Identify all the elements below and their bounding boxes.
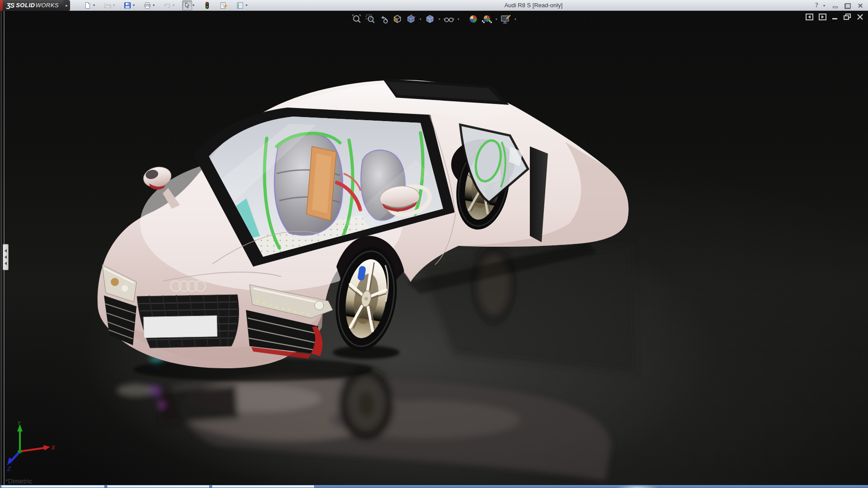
open-document-button[interactable] (103, 0, 113, 10)
restore-button[interactable] (844, 2, 852, 9)
file-properties-button[interactable] (218, 0, 229, 10)
window-edge-line (1, 11, 1, 485)
open-folder-icon (104, 2, 111, 9)
title-bar: ƷS SOLID WORKS ▸ ▾ ▾ (0, 0, 868, 11)
save-dropdown[interactable]: ▾ (132, 3, 136, 7)
minimize-icon (833, 6, 838, 8)
display-style-icon (425, 14, 435, 24)
logo-text-light: WORKS (35, 2, 59, 9)
solidworks-mark-icon: ƷS (6, 1, 14, 9)
taskbar-button[interactable] (212, 485, 315, 488)
zoom-to-area-icon (365, 14, 375, 24)
taskbar-glow (610, 485, 665, 488)
undo-button[interactable] (162, 0, 172, 10)
solidworks-logo: ƷS SOLID WORKS ▸ (0, 0, 70, 11)
license-plate-blank (144, 316, 217, 338)
view-orientation-label: *Dimetric (5, 478, 32, 485)
eyeglasses-icon (443, 14, 454, 24)
zoom-to-fit-button[interactable] (351, 13, 363, 25)
viewport-minimize-icon (832, 14, 838, 20)
view-settings-button[interactable] (500, 13, 512, 25)
display-style-dropdown[interactable]: ▾ (438, 17, 441, 21)
collapse-arrow-icon (5, 249, 7, 253)
section-view-icon (392, 14, 402, 24)
open-dropdown[interactable]: ▾ (113, 3, 116, 7)
select-dropdown[interactable]: ▾ (192, 3, 196, 7)
display-style-button[interactable] (424, 13, 436, 25)
triad-x-label: X (51, 444, 56, 451)
select-cursor-icon (184, 2, 191, 9)
select-tool-button[interactable] (182, 0, 192, 10)
undo-dropdown[interactable]: ▾ (172, 3, 176, 7)
previous-view-icon (379, 14, 389, 24)
collapse-right-icon (819, 14, 826, 20)
save-floppy-icon (124, 2, 131, 9)
options-button[interactable] (235, 0, 245, 10)
view-settings-dropdown[interactable]: ▾ (514, 17, 517, 21)
previous-view-button[interactable] (378, 13, 390, 25)
hide-show-items-button[interactable] (443, 13, 455, 25)
collapse-pane-left-button[interactable] (806, 14, 813, 20)
undo-arrow-icon (164, 2, 171, 9)
apply-scene-icon (481, 14, 492, 24)
appearance-sphere-icon (468, 14, 478, 24)
hide-show-dropdown[interactable]: ▾ (457, 17, 460, 21)
collapse-arrow-icon (5, 262, 7, 265)
save-button[interactable] (123, 0, 132, 10)
viewport-restore-icon (844, 14, 851, 20)
window-title: Audi R8 S [Read-only] (452, 2, 615, 9)
collapse-left-icon (806, 14, 813, 20)
apply-scene-dropdown[interactable]: ▾ (495, 17, 498, 21)
apply-scene-button[interactable] (481, 13, 493, 25)
close-icon: ✕ (858, 3, 863, 9)
edit-appearance-button[interactable] (467, 13, 479, 25)
heads-up-view-toolbar: ▾ ▾ ▾ (351, 13, 517, 25)
viewport-close-button[interactable] (857, 14, 863, 20)
zoom-to-area-button[interactable] (364, 13, 376, 25)
zoom-to-fit-icon (352, 14, 362, 24)
traffic-light-icon (203, 2, 211, 9)
document-window-controls (806, 14, 863, 20)
splitter-handle[interactable] (3, 244, 9, 270)
restore-icon (845, 4, 850, 9)
graphics-viewport: ▾ ▾ ▾ (0, 11, 868, 485)
collapse-pane-right-button[interactable] (819, 14, 826, 20)
standard-toolbar: ▾ ▾ ▾ ▾ (83, 0, 249, 11)
options-dropdown[interactable]: ▾ (245, 3, 249, 7)
new-document-button[interactable] (83, 0, 93, 10)
help-dropdown[interactable]: ▾ (823, 4, 826, 8)
printer-icon (144, 2, 151, 9)
file-properties-icon (220, 2, 227, 9)
taskbar-button[interactable] (107, 485, 210, 488)
view-orientation-button[interactable] (405, 13, 417, 25)
section-view-button[interactable] (392, 13, 403, 25)
collapse-arrow-icon (5, 255, 7, 259)
print-button[interactable] (142, 0, 152, 10)
view-orientation-icon (406, 14, 416, 24)
close-button[interactable]: ✕ (856, 2, 864, 9)
viewport-minimize-button[interactable] (832, 14, 838, 20)
menu-flyout-tab[interactable]: ▸ (63, 0, 70, 11)
view-orientation-dropdown[interactable]: ▾ (419, 17, 422, 21)
front-grille (137, 295, 239, 348)
help-button[interactable]: ? (815, 2, 818, 9)
print-dropdown[interactable]: ▾ (152, 3, 156, 7)
3d-viewport-canvas[interactable] (0, 11, 868, 485)
new-document-icon (84, 2, 91, 9)
viewport-restore-button[interactable] (844, 14, 851, 20)
triad-z-label: Z (7, 465, 11, 471)
taskbar-button[interactable] (1, 485, 105, 488)
coordinate-triad: Y X Z (6, 421, 56, 471)
view-settings-icon (500, 14, 511, 24)
taskbar-sliver (0, 485, 868, 488)
rebuild-button[interactable] (202, 0, 212, 10)
triad-y-label: Y (17, 421, 21, 427)
viewport-close-icon (857, 14, 863, 20)
minimize-button[interactable] (831, 2, 839, 9)
new-dropdown[interactable]: ▾ (93, 3, 96, 7)
options-checklist-icon (236, 2, 244, 9)
logo-text-bold: SOLID (16, 2, 35, 9)
